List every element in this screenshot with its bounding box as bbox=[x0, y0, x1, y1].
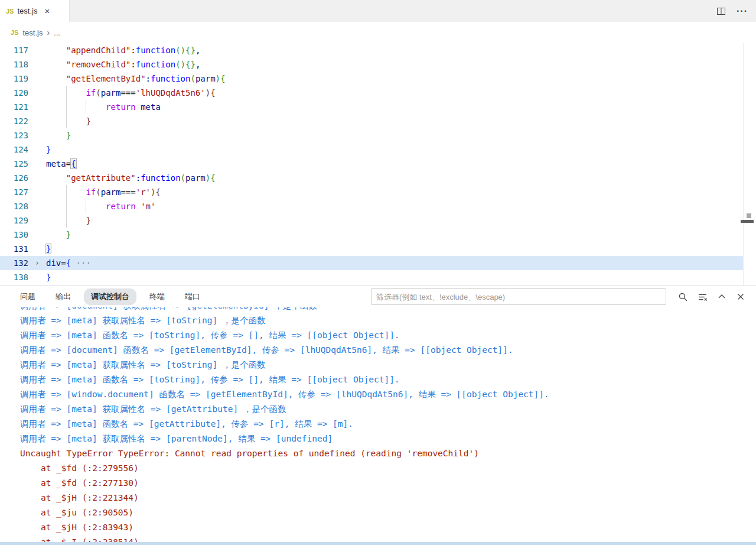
scrollbar-handle[interactable] bbox=[741, 220, 754, 223]
token: } bbox=[86, 216, 90, 225]
token: parm bbox=[101, 187, 121, 197]
panel-tab-输出[interactable]: 输出 bbox=[48, 288, 78, 305]
console-stack-line: at _$ju (:2:90505) bbox=[20, 505, 756, 520]
line-number: 120 bbox=[0, 86, 28, 100]
fold-gutter bbox=[28, 142, 46, 157]
token: = bbox=[66, 159, 71, 168]
token: if bbox=[86, 88, 96, 98]
clear-console-icon[interactable] bbox=[698, 292, 708, 302]
fold-gutter bbox=[28, 242, 46, 256]
token: } bbox=[46, 244, 51, 254]
token: === bbox=[120, 88, 135, 98]
tab-test-js[interactable]: JS test.js × bbox=[0, 0, 70, 22]
breadcrumb-symbol[interactable]: ... bbox=[54, 28, 60, 37]
console-log-line: 调用者 => [meta] 获取属性名 => [toString] ，是个函数 bbox=[20, 313, 756, 328]
indent-guide bbox=[46, 72, 66, 86]
token: 'r' bbox=[136, 187, 151, 197]
token: div bbox=[46, 258, 61, 268]
token: } bbox=[66, 131, 71, 140]
token: return bbox=[106, 202, 136, 211]
indent-guide bbox=[46, 114, 66, 128]
debug-console-output[interactable]: 调用者 => [document] 获取属性名 => [getElementBy… bbox=[0, 307, 756, 542]
folded-code-ellipsis[interactable]: ··· bbox=[76, 258, 91, 268]
tab-close-icon[interactable]: × bbox=[44, 7, 50, 15]
token: meta bbox=[141, 102, 161, 112]
token: return bbox=[106, 102, 136, 112]
console-log-line: 调用者 => [meta] 函数名 => [toString], 传参 => [… bbox=[20, 328, 756, 343]
fold-chevron-icon[interactable]: › bbox=[28, 256, 46, 270]
console-log-line: 调用者 => [document] 函数名 => [getElementById… bbox=[20, 343, 756, 358]
line-number: 126 bbox=[0, 171, 28, 185]
panel-tab-端口[interactable]: 端口 bbox=[178, 288, 207, 305]
indent-guide bbox=[86, 199, 106, 213]
code-text: } bbox=[46, 242, 51, 256]
token: parm bbox=[195, 74, 216, 83]
token: if bbox=[86, 187, 96, 197]
token: ) bbox=[206, 173, 210, 183]
code-text: } bbox=[46, 270, 51, 284]
indent-guide bbox=[46, 57, 66, 72]
token: ( bbox=[96, 187, 100, 197]
horizontal-scrollbar[interactable] bbox=[0, 542, 756, 545]
tab-bar-empty-space bbox=[70, 0, 716, 22]
indent-guide bbox=[46, 128, 66, 142]
line-number: 130 bbox=[0, 228, 28, 242]
split-editor-icon[interactable] bbox=[716, 7, 726, 16]
console-log-line: 调用者 => [document] 获取属性名 => [getElementBy… bbox=[20, 307, 756, 313]
vscode-window: JS test.js × ··· JS test.js › ... 117"ap… bbox=[0, 0, 756, 545]
chevron-up-icon[interactable] bbox=[717, 292, 726, 301]
indent-guide bbox=[46, 228, 66, 242]
panel-tab-终端[interactable]: 终端 bbox=[142, 288, 172, 305]
token: { bbox=[210, 88, 215, 98]
fold-gutter bbox=[28, 100, 46, 114]
code-text: } bbox=[46, 228, 71, 242]
indent-guide bbox=[66, 185, 86, 199]
line-number: 118 bbox=[0, 57, 28, 72]
code-line: 128return 'm' bbox=[0, 199, 756, 213]
editor-scrollbar[interactable] bbox=[743, 43, 756, 286]
indent-guide bbox=[66, 86, 86, 100]
token: 'm' bbox=[141, 202, 155, 211]
code-line: 119"getElementById":function(parm){ bbox=[0, 72, 756, 86]
code-line: 118"removeChild":function(){}, bbox=[0, 57, 756, 72]
token: { bbox=[66, 258, 71, 268]
breadcrumb-file[interactable]: test.js bbox=[22, 28, 43, 37]
console-log-line: 调用者 => [meta] 获取属性名 => [toString] ，是个函数 bbox=[20, 358, 756, 372]
code-text: "getElementById":function(parm){ bbox=[46, 72, 225, 86]
line-number: 127 bbox=[0, 185, 28, 199]
token: "getAttribute" bbox=[66, 173, 136, 183]
token: ) bbox=[216, 74, 220, 83]
panel-tabs: 问题输出调试控制台终端端口 bbox=[13, 288, 207, 305]
line-number: 131 bbox=[0, 242, 28, 256]
code-line: 129} bbox=[0, 213, 756, 228]
token: } bbox=[190, 46, 195, 55]
code-text: meta={ bbox=[46, 157, 76, 171]
indent-guide bbox=[46, 100, 66, 114]
panel-tab-调试控制台[interactable]: 调试控制台 bbox=[84, 288, 136, 305]
code-line: 126"getAttribute":function(parm){ bbox=[0, 171, 756, 185]
token: : bbox=[131, 46, 135, 55]
search-icon[interactable] bbox=[678, 292, 688, 302]
fold-gutter bbox=[28, 270, 46, 284]
fold-gutter bbox=[28, 128, 46, 142]
editor-actions: ··· bbox=[716, 0, 756, 22]
indent-guide bbox=[66, 100, 86, 114]
code-text: "removeChild":function(){}, bbox=[46, 57, 200, 72]
indent-guide bbox=[46, 86, 66, 100]
code-editor[interactable]: 117"appendChild":function(){},118"remove… bbox=[0, 43, 756, 286]
more-actions-icon[interactable]: ··· bbox=[737, 6, 748, 17]
token: "removeChild" bbox=[66, 60, 131, 69]
line-number: 117 bbox=[0, 43, 28, 57]
panel-tab-问题[interactable]: 问题 bbox=[13, 288, 43, 305]
close-panel-icon[interactable] bbox=[736, 292, 745, 301]
indent-guide bbox=[86, 100, 106, 114]
token: , bbox=[195, 60, 200, 69]
code-text: "getAttribute":function(parm){ bbox=[46, 171, 216, 185]
indent-guide bbox=[66, 114, 86, 128]
token: ( bbox=[190, 74, 195, 83]
token: 'lhUQDqdAt5n6' bbox=[136, 88, 206, 98]
code-area: 117"appendChild":function(){},118"remove… bbox=[0, 43, 756, 284]
console-filter-input[interactable] bbox=[371, 288, 666, 305]
fold-gutter bbox=[28, 72, 46, 86]
code-text: } bbox=[46, 213, 91, 228]
